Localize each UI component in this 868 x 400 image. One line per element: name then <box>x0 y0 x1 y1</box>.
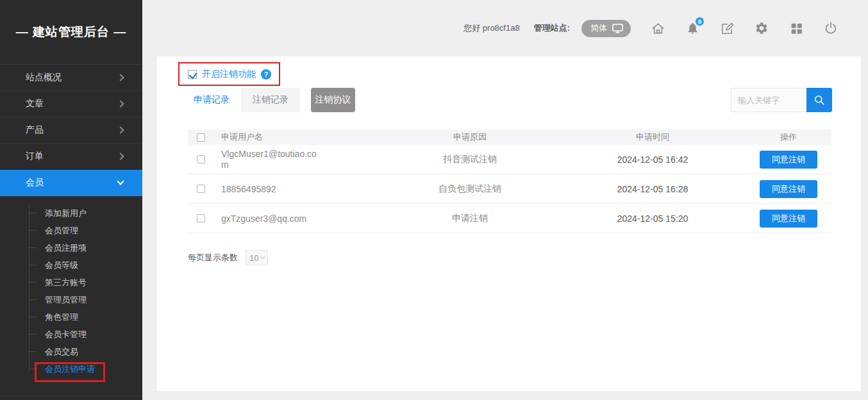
header-username: 申请用户名 <box>213 131 380 143</box>
table-row: 18856495892 自负包测试注销 2024-12-05 16:28 同意注… <box>188 174 831 204</box>
row-checkbox[interactable] <box>197 155 205 163</box>
header-reason: 申请原因 <box>380 131 560 143</box>
sidebar-item-label: 产品 <box>26 124 44 136</box>
page-size-label: 每页显示条数 <box>188 252 238 263</box>
table-row: VlgcMuser1@toutiao.com 抖音测试注销 2024-12-05… <box>188 145 831 174</box>
submenu-item-role-management[interactable]: 角色管理 <box>0 308 142 326</box>
notifications-bell-icon[interactable]: 0 <box>685 21 700 36</box>
select-all-checkbox[interactable] <box>197 133 205 142</box>
agree-cancellation-button[interactable]: 同意注销 <box>760 180 817 198</box>
tab-cancellation-agreement[interactable]: 注销协议 <box>311 88 355 112</box>
submenu-item-member-transactions[interactable]: 会员交易 <box>0 343 142 360</box>
notification-badge: 0 <box>695 17 705 26</box>
cell-username: gxTzguser3@qq.com <box>221 213 306 224</box>
cell-reason: 申请注销 <box>452 213 488 223</box>
cell-time: 2024-12-05 16:42 <box>617 154 689 165</box>
agree-cancellation-button[interactable]: 同意注销 <box>760 210 817 228</box>
sidebar-item-label: 站点概况 <box>26 72 62 83</box>
table-row: gxTzguser3@qq.com 申请注销 2024-12-05 15:20 … <box>188 204 831 233</box>
highlight-box-toggle: 开启注销功能 ? <box>178 62 280 86</box>
row-checkbox[interactable] <box>197 214 205 222</box>
chevron-right-icon <box>117 153 124 160</box>
enable-cancellation-checkbox[interactable] <box>188 70 197 79</box>
enable-cancellation-label: 开启注销功能 <box>202 69 256 80</box>
submenu-item-registration-fields[interactable]: 会员注册项 <box>0 239 142 256</box>
chevron-right-icon <box>117 74 124 81</box>
main-content: 开启注销功能 ? 申请记录 注销记录 注销协议 申请用户名 申请原因 申请时间 … <box>157 56 861 391</box>
settings-gear-icon[interactable] <box>754 21 769 36</box>
sidebar-item-orders[interactable]: 订单 <box>0 144 142 170</box>
submenu-item-third-party-accounts[interactable]: 第三方账号 <box>0 274 142 291</box>
search-icon <box>813 94 826 106</box>
sidebar-item-products[interactable]: 产品 <box>0 117 142 144</box>
submenu-item-member-management[interactable]: 会员管理 <box>0 222 142 239</box>
sidebar-item-label: 会员 <box>26 177 44 188</box>
submenu-item-member-cards[interactable]: 会员卡管理 <box>0 326 142 343</box>
sidebar-item-members[interactable]: 会员 <box>0 170 142 196</box>
tab-application-records[interactable]: 申请记录 <box>182 88 241 112</box>
managed-site-label: 管理站点: <box>534 22 570 34</box>
table-header-row: 申请用户名 申请原因 申请时间 操作 <box>188 129 831 145</box>
user-greeting: 您好 pro8cf1a8 <box>463 22 519 34</box>
agree-cancellation-button[interactable]: 同意注销 <box>760 151 817 169</box>
sidebar-item-label: 订单 <box>26 151 44 162</box>
chevron-right-icon <box>117 126 124 133</box>
sidebar-item-distribution[interactable]: 分销 <box>0 396 142 400</box>
tab-cancellation-records[interactable]: 注销记录 <box>241 88 300 112</box>
language-label: 简体 <box>590 22 607 34</box>
cell-time: 2024-12-05 16:28 <box>617 184 689 194</box>
submenu-item-member-cancellation[interactable]: 会员注销申请 <box>0 360 142 378</box>
monitor-icon <box>612 24 623 33</box>
help-question-icon[interactable]: ? <box>261 69 271 79</box>
language-site-button[interactable]: 简体 <box>581 20 631 37</box>
apps-grid-icon[interactable] <box>789 21 804 36</box>
pagination: 每页显示条数 10 <box>188 250 268 265</box>
search-button[interactable] <box>806 88 832 112</box>
search-bar <box>731 88 832 112</box>
logout-power-icon[interactable] <box>823 21 839 36</box>
page-size-value: 10 <box>249 253 258 263</box>
row-checkbox[interactable] <box>197 185 205 193</box>
tab-bar: 申请记录 注销记录 注销协议 <box>182 88 355 112</box>
cell-username: VlgcMuser1@toutiao.com <box>221 149 322 171</box>
header-time: 申请时间 <box>560 131 746 143</box>
sidebar-item-site-overview[interactable]: 站点概况 <box>0 65 142 91</box>
chevron-down-icon <box>117 178 124 185</box>
chevron-down-icon <box>260 254 265 259</box>
page-size-select[interactable]: 10 <box>246 250 268 265</box>
home-icon[interactable] <box>650 21 665 36</box>
search-input[interactable] <box>731 88 806 112</box>
edit-compose-icon[interactable] <box>719 21 735 36</box>
cell-time: 2024-12-05 15:20 <box>617 213 689 224</box>
applications-table: 申请用户名 申请原因 申请时间 操作 VlgcMuser1@toutiao.co… <box>188 129 831 233</box>
cell-reason: 抖音测试注销 <box>443 154 497 164</box>
sidebar: — 建站管理后台 — 站点概况 文章 产品 订单 会员 添加新用户 会员管理 会… <box>0 0 142 400</box>
cell-username: 18856495892 <box>221 184 276 195</box>
sidebar-item-label: 文章 <box>26 98 44 110</box>
cell-reason: 自负包测试注销 <box>438 183 501 194</box>
submenu-item-member-levels[interactable]: 会员等级 <box>0 256 142 274</box>
sidebar-item-articles[interactable]: 文章 <box>0 91 142 117</box>
chevron-right-icon <box>117 100 124 107</box>
submenu-item-add-user[interactable]: 添加新用户 <box>0 204 142 222</box>
topbar: 您好 pro8cf1a8 管理站点: 简体 0 <box>142 0 868 56</box>
app-title: — 建站管理后台 — <box>0 0 142 65</box>
submenu-item-admin-management[interactable]: 管理员管理 <box>0 291 142 308</box>
members-submenu: 添加新用户 会员管理 会员注册项 会员等级 第三方账号 管理员管理 角色管理 会… <box>0 196 142 387</box>
header-action: 操作 <box>746 131 831 143</box>
